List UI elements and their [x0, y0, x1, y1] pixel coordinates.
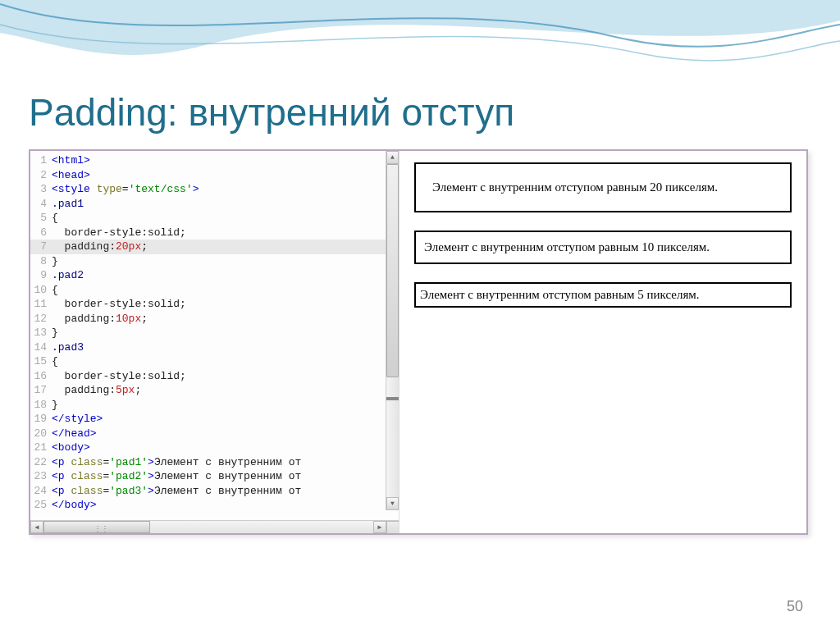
code-line: 6 border-style:solid; [30, 226, 399, 240]
padding-20-box: Элемент с внутренним отступом равным 20 … [414, 162, 792, 212]
code-line: 5{ [30, 211, 399, 226]
scroll-down-button[interactable]: ▼ [386, 497, 399, 510]
code-line: 3<style type='text/css'> [30, 182, 399, 197]
horizontal-scrollbar[interactable]: ◀ ⋮⋮ ▶ [30, 520, 399, 533]
code-line: 12 padding:10px; [30, 312, 399, 326]
code-line: 23<p class='pad2'>Элемент с внутренним о… [30, 469, 399, 484]
code-lines: 1<html>2<head>3<style type='text/css'>4.… [30, 151, 399, 512]
scroll-corner [386, 521, 399, 533]
padding-5-box: Элемент с внутренним отступом равным 5 п… [414, 282, 792, 308]
code-editor-pane: 1<html>2<head>3<style type='text/css'>4.… [30, 151, 399, 533]
code-line: 10{ [30, 283, 399, 298]
page-number: 50 [787, 598, 803, 615]
code-line: 1<html> [30, 153, 399, 168]
code-line: 15{ [30, 354, 399, 369]
code-line: 20</head> [30, 427, 399, 441]
code-line: 22<p class='pad1'>Элемент с внутренним о… [30, 455, 399, 470]
scroll-right-button[interactable]: ▶ [373, 521, 386, 533]
code-line: 17 padding:5px; [30, 383, 399, 398]
code-line: 2<head> [30, 168, 399, 183]
code-line: 18} [30, 398, 399, 413]
code-line: 14.pad3 [30, 340, 399, 355]
preview-pane: Элемент с внутренним отступом равным 20 … [399, 151, 806, 533]
horizontal-scroll-thumb[interactable]: ⋮⋮ [43, 521, 150, 533]
content-frame: 1<html>2<head>3<style type='text/css'>4.… [29, 149, 808, 535]
scroll-up-button[interactable]: ▲ [386, 151, 399, 164]
scroll-marker [386, 397, 399, 400]
code-line: 16 border-style:solid; [30, 369, 399, 384]
code-line: 24<p class='pad3'>Элемент с внутренним о… [30, 484, 399, 499]
code-line: 11 border-style:solid; [30, 297, 399, 312]
code-line: 4.pad1 [30, 197, 399, 212]
slide-title: Padding: внутренний отступ [29, 90, 811, 135]
scroll-left-button[interactable]: ◀ [30, 521, 43, 533]
code-line: 9.pad2 [30, 268, 399, 283]
code-line: 13} [30, 326, 399, 340]
vertical-scrollbar[interactable]: ▲ ▼ [386, 151, 399, 510]
padding-10-box: Элемент с внутренним отступом равным 10 … [414, 231, 792, 264]
code-line: 8} [30, 254, 399, 269]
code-line: 7 padding:20px; [30, 240, 399, 254]
code-line: 21<body> [30, 441, 399, 455]
vertical-scroll-thumb[interactable] [386, 164, 399, 377]
code-line: 25</body> [30, 498, 399, 512]
code-line: 19</style> [30, 412, 399, 427]
